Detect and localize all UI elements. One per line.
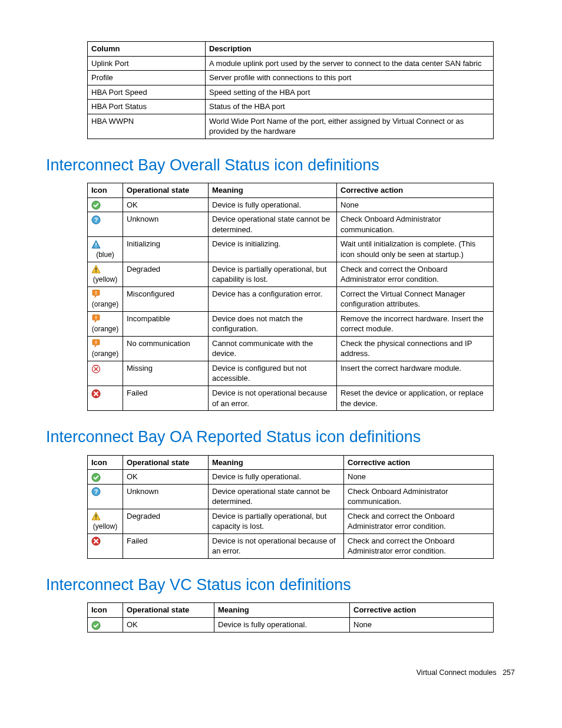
action-cell: Check and correct the Onboard Administra…	[337, 262, 494, 286]
action-cell: Remove the incorrect hardware. Insert th…	[337, 311, 494, 336]
table-row: MissingDevice is configured but not acce…	[88, 361, 494, 386]
th-icon: Icon	[88, 183, 123, 198]
icon-cell	[88, 470, 123, 485]
oa-status-table: Icon Operational state Meaning Correctiv…	[87, 455, 494, 559]
icon-cell	[88, 197, 123, 212]
th-action: Corrective action	[344, 455, 494, 470]
meaning-cell: Device is fully operational.	[214, 617, 350, 632]
state-cell: OK	[123, 470, 209, 485]
svg-rect-7	[95, 268, 97, 271]
icon-cell	[88, 386, 123, 411]
th-meaning: Meaning	[209, 183, 337, 198]
svg-rect-3	[95, 243, 97, 246]
missing-icon	[91, 364, 101, 373]
action-cell: Check Onboard Administrator communicatio…	[337, 212, 494, 237]
table-row: (orange)MisconfiguredDevice has a config…	[88, 286, 494, 311]
svg-text:?: ?	[94, 488, 98, 495]
table-row: FailedDevice is not operational because …	[88, 386, 494, 411]
svg-rect-10	[95, 294, 96, 295]
table-row: Uplink PortA module uplink port used by …	[88, 56, 494, 71]
table-row: OKDevice is fully operational.None	[88, 617, 494, 632]
table-row: OKDevice is fully operational.None	[88, 197, 494, 212]
column-name-cell: HBA WWPN	[88, 114, 206, 139]
icon-cell: (yellow)	[88, 262, 123, 286]
icon-cell: (blue)	[88, 237, 123, 262]
overall-status-table: Icon Operational state Meaning Correctiv…	[87, 183, 494, 411]
ok-icon	[91, 620, 101, 629]
svg-rect-12	[95, 319, 96, 319]
action-cell: Correct the Virtual Connect Manager conf…	[337, 286, 494, 311]
balloon-orange-icon	[91, 289, 101, 298]
th-description: Description	[206, 42, 494, 57]
table-row: ?UnknownDevice operational state cannot …	[88, 484, 494, 509]
table-row: FailedDevice is not operational because …	[88, 533, 494, 558]
table-row: (yellow)DegradedDevice is partially oper…	[88, 262, 494, 286]
icon-cell: (orange)	[88, 336, 123, 361]
page-number: 257	[503, 668, 515, 677]
action-cell: Check and correct the Onboard Administra…	[344, 533, 494, 558]
warn-blue-icon	[91, 239, 101, 248]
icon-cell	[88, 361, 123, 386]
state-cell: Incompatible	[123, 311, 209, 336]
unknown-icon: ?	[91, 215, 101, 223]
description-cell: Status of the HBA port	[206, 100, 494, 114]
column-name-cell: HBA Port Status	[88, 100, 206, 114]
failed-icon	[91, 388, 101, 397]
balloon-orange-icon	[91, 339, 101, 348]
table-row: HBA Port StatusStatus of the HBA port	[88, 100, 494, 114]
svg-rect-11	[95, 316, 96, 318]
th-state: Operational state	[123, 603, 214, 618]
ok-icon	[91, 200, 101, 209]
section-heading-oa: Interconnect Bay OA Reported Status icon…	[46, 426, 516, 447]
warn-yellow-icon	[91, 265, 101, 274]
state-cell: Misconfigured	[123, 286, 209, 311]
table-row: (orange)IncompatibleDevice does not matc…	[88, 311, 494, 336]
state-cell: OK	[123, 617, 214, 632]
svg-rect-4	[95, 246, 97, 248]
meaning-cell: Device operational state cannot be deter…	[209, 212, 337, 237]
column-name-cell: Uplink Port	[88, 56, 206, 71]
svg-rect-27	[95, 518, 97, 519]
description-cell: A module uplink port used by the server …	[206, 56, 494, 71]
description-cell: World Wide Port Name of the port, either…	[206, 114, 494, 139]
meaning-cell: Device is partially operational, but cap…	[209, 262, 337, 286]
state-cell: Degraded	[123, 509, 209, 533]
table-row: (blue)InitializingDevice is initializing…	[88, 237, 494, 262]
meaning-cell: Device has a configuration error.	[209, 286, 337, 311]
svg-text:?: ?	[94, 216, 98, 223]
section-heading-vc: Interconnect Bay VC Status icon definiti…	[46, 574, 516, 595]
meaning-cell: Device is not operational because of an …	[209, 533, 344, 558]
state-cell: Failed	[123, 386, 209, 411]
icon-color-label: (yellow)	[91, 275, 119, 284]
icon-color-label: (orange)	[91, 299, 119, 309]
th-action: Corrective action	[350, 603, 494, 618]
meaning-cell: Device is initializing.	[209, 237, 337, 262]
meaning-cell: Device is fully operational.	[209, 197, 337, 212]
icon-color-label: (blue)	[91, 250, 119, 259]
table-row: HBA Port SpeedSpeed setting of the HBA p…	[88, 85, 494, 100]
table-row: ?UnknownDevice operational state cannot …	[88, 212, 494, 237]
description-cell: Speed setting of the HBA port	[206, 85, 494, 100]
action-cell: Check and correct the Onboard Administra…	[344, 509, 494, 533]
state-cell: No communication	[123, 336, 209, 361]
th-icon: Icon	[88, 455, 123, 470]
failed-icon	[91, 536, 101, 545]
icon-color-label: (orange)	[91, 324, 119, 334]
th-column: Column	[88, 42, 206, 57]
state-cell: Degraded	[123, 262, 209, 286]
svg-rect-13	[95, 341, 96, 343]
table-row: ProfileServer profile with connections t…	[88, 71, 494, 85]
th-state: Operational state	[123, 183, 209, 198]
svg-rect-8	[95, 271, 97, 272]
footer-text: Virtual Connect modules	[416, 668, 497, 677]
meaning-cell: Device is configured but not accessible.	[209, 361, 337, 386]
action-cell: Insert the correct hardware module.	[337, 361, 494, 386]
warn-yellow-icon	[91, 512, 101, 521]
state-cell: Missing	[123, 361, 209, 386]
icon-cell: ?	[88, 212, 123, 237]
table-row: HBA WWPNWorld Wide Port Name of the port…	[88, 114, 494, 139]
icon-cell: ?	[88, 484, 123, 509]
action-cell: Check Onboard Administrator communicatio…	[344, 484, 494, 509]
th-action: Corrective action	[337, 183, 494, 198]
action-cell: None	[344, 470, 494, 485]
